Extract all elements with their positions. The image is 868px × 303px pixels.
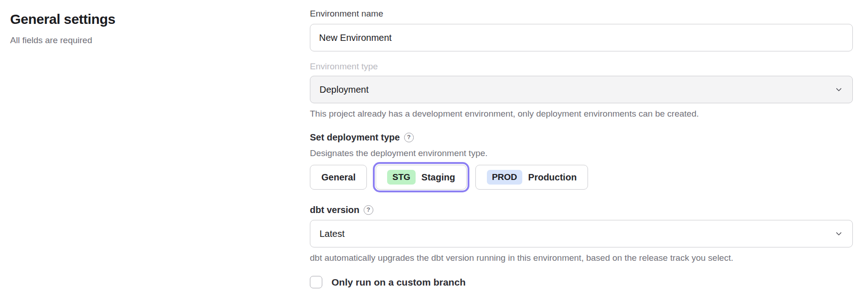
settings-header: General settings All fields are required (10, 11, 268, 45)
dbt-version-heading: dbt version ? (310, 204, 853, 215)
deployment-type-production-button[interactable]: PROD Production (475, 165, 588, 190)
page-subtitle: All fields are required (10, 35, 268, 45)
chevron-down-icon (835, 86, 843, 94)
chevron-down-icon (835, 230, 843, 238)
environment-name-input[interactable] (310, 24, 853, 51)
custom-branch-label: Only run on a custom branch (331, 277, 466, 288)
deployment-type-label: Set deployment type (310, 132, 400, 143)
deployment-type-helper: Designates the deployment environment ty… (310, 148, 853, 158)
deployment-type-staging-button[interactable]: STG Staging (376, 165, 466, 190)
production-button-label: Production (528, 172, 577, 183)
custom-branch-checkbox[interactable] (310, 276, 322, 288)
deployment-type-heading: Set deployment type ? (310, 132, 853, 143)
help-icon[interactable]: ? (364, 205, 373, 215)
environment-name-label: Environment name (310, 9, 853, 19)
page-title: General settings (10, 11, 268, 28)
help-icon[interactable]: ? (404, 133, 414, 142)
environment-type-helper: This project already has a development e… (310, 109, 853, 119)
environment-type-label: Environment type (310, 62, 853, 72)
environment-settings-form: Environment name Environment type Deploy… (310, 0, 853, 288)
environment-type-value: Deployment (320, 84, 369, 95)
dbt-version-value: Latest (320, 229, 344, 239)
custom-branch-row: Only run on a custom branch (310, 276, 853, 288)
general-button-label: General (321, 172, 355, 183)
environment-type-select[interactable]: Deployment (310, 76, 853, 103)
dbt-version-helper: dbt automatically upgrades the dbt versi… (310, 253, 853, 263)
deployment-type-general-button[interactable]: General (310, 165, 367, 190)
dbt-version-select[interactable]: Latest (310, 220, 853, 247)
staging-badge: STG (387, 170, 415, 185)
production-badge: PROD (487, 170, 522, 185)
deployment-type-options: General STG Staging PROD Production (310, 165, 853, 190)
dbt-version-label: dbt version (310, 204, 360, 215)
staging-button-label: Staging (422, 172, 455, 183)
